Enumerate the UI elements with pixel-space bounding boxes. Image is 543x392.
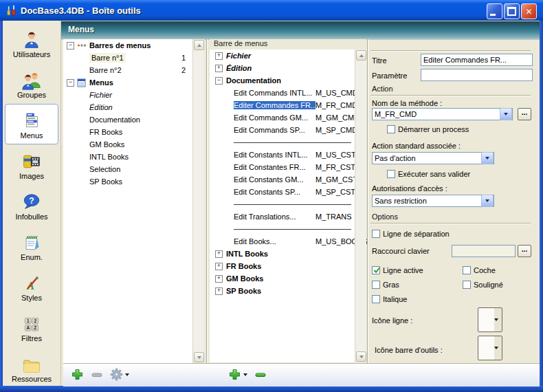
tree-node-barres-de-menus[interactable]: Barres de menus bbox=[63, 39, 204, 52]
collapse-icon[interactable] bbox=[67, 42, 74, 50]
menu-item-label: Edit Commands SP... bbox=[234, 126, 315, 134]
icone-barre-picker[interactable] bbox=[478, 336, 502, 360]
menu-node-fr-books[interactable]: FR Books bbox=[210, 260, 366, 272]
maximize-button[interactable] bbox=[504, 3, 520, 19]
tree-item-intl-books[interactable]: INTL Books bbox=[63, 151, 204, 163]
menu-page-icon bbox=[77, 78, 88, 87]
expand-icon[interactable] bbox=[215, 275, 223, 283]
tree-item-gm-books[interactable]: GM Books bbox=[63, 138, 204, 151]
scroll-up-button[interactable] bbox=[356, 50, 366, 61]
tree-node-menus[interactable]: Menus bbox=[63, 76, 204, 89]
minus-disabled-icon bbox=[91, 369, 103, 381]
sidebar-item-menus[interactable]: Menus bbox=[5, 104, 58, 144]
italique-checkbox[interactable]: Italique bbox=[372, 295, 407, 303]
combo-dropdown-button[interactable] bbox=[481, 152, 494, 164]
expand-icon[interactable] bbox=[215, 250, 223, 258]
demarrer-process-checkbox[interactable]: Démarrer un process bbox=[387, 125, 469, 133]
tree-actions-menu-button[interactable] bbox=[110, 368, 129, 381]
gras-checkbox[interactable]: Gras bbox=[372, 281, 399, 289]
menu-node-documentation[interactable]: Documentation bbox=[210, 74, 366, 87]
tree-scrollbar[interactable] bbox=[192, 39, 204, 363]
menu-separator[interactable] bbox=[210, 198, 366, 210]
options-section-label: Options bbox=[372, 213, 398, 221]
menu-list-title: Barre de menus bbox=[210, 39, 366, 50]
tree-item-barre-1[interactable]: Barre n°1 1 bbox=[63, 52, 204, 64]
menu-item[interactable]: Edit Commands INTL...M_US_CMD bbox=[210, 87, 366, 99]
page-title: Menus bbox=[61, 25, 94, 37]
menu-item[interactable]: Edit Translations...M_TRANS bbox=[210, 210, 366, 223]
checkbox-unchecked-icon bbox=[387, 170, 395, 178]
menu-node-sp-books[interactable]: SP Books bbox=[210, 285, 366, 297]
sidebar-item-groupes[interactable]: Groupes bbox=[5, 63, 58, 104]
menu-node-gm-books[interactable]: GM Books bbox=[210, 272, 366, 285]
raccourci-browse-button[interactable]: ... bbox=[518, 245, 531, 257]
expand-icon[interactable] bbox=[215, 52, 223, 60]
sidebar-item-label: Filtres bbox=[21, 334, 42, 342]
menu-node-edition[interactable]: Édition bbox=[210, 62, 366, 74]
sidebar-item-styles[interactable]: A Styles bbox=[5, 266, 58, 307]
souligne-checkbox[interactable]: Souligné bbox=[463, 281, 503, 289]
titre-input[interactable]: Editer Commandes FR... bbox=[421, 54, 533, 66]
methode-browse-button[interactable]: ... bbox=[518, 108, 531, 120]
menu-item[interactable]: Edit Constantes FR...M_FR_CST bbox=[210, 161, 366, 173]
menu-separator[interactable] bbox=[210, 136, 366, 149]
add-menubar-button[interactable] bbox=[71, 368, 84, 381]
sidebar-item-infobulles[interactable]: ? Infobulles bbox=[5, 185, 58, 226]
tree-item-edition[interactable]: Édition bbox=[63, 101, 204, 113]
menu-separator[interactable] bbox=[210, 223, 366, 235]
menu-item-selected[interactable]: Editer Commandes FR...M_FR_CMD bbox=[210, 99, 366, 111]
scroll-down-button[interactable] bbox=[356, 351, 366, 362]
expand-icon[interactable] bbox=[215, 263, 223, 270]
coche-checkbox[interactable]: Coche bbox=[463, 266, 496, 274]
collapse-icon[interactable] bbox=[215, 77, 223, 85]
icone-ligne-picker[interactable] bbox=[478, 307, 502, 332]
tree-item-selection[interactable]: Selection bbox=[63, 163, 204, 175]
scroll-up-button[interactable] bbox=[194, 40, 204, 50]
combo-dropdown-button[interactable] bbox=[481, 195, 494, 207]
tree-item-fr-books[interactable]: FR Books bbox=[63, 126, 204, 138]
minimize-button[interactable] bbox=[487, 3, 502, 19]
autorisations-combobox[interactable]: Sans restriction bbox=[372, 195, 494, 207]
add-menu-item-button[interactable] bbox=[228, 368, 247, 381]
section-header: Menus bbox=[61, 21, 540, 40]
raccourci-input[interactable] bbox=[452, 245, 516, 257]
sidebar-item-filtres[interactable]: 12AZ Filtres bbox=[5, 307, 58, 347]
menu-list-scrollbar[interactable] bbox=[355, 50, 366, 362]
menu-item[interactable]: Edit Constants GM...M_GM_CST bbox=[210, 173, 366, 186]
minimize-icon bbox=[490, 14, 496, 16]
action-std-combobox[interactable]: Pas d'action bbox=[372, 152, 494, 164]
tree-item-fichier[interactable]: Fichier bbox=[63, 89, 204, 101]
scroll-down-button[interactable] bbox=[194, 352, 204, 362]
tree-item-documentation[interactable]: Documentation bbox=[63, 113, 204, 126]
menu-item[interactable]: Edit Commands GM...M_GM_CMD bbox=[210, 111, 366, 124]
menu-item[interactable]: Edit Commands SP...M_SP_CMD bbox=[210, 124, 366, 136]
title-bar[interactable]: DocBase3.4DB - Boîte outils ✕ bbox=[0, 0, 543, 21]
expand-icon[interactable] bbox=[215, 287, 223, 295]
sidebar-item-enum[interactable]: Enum. bbox=[5, 226, 58, 266]
tree-item-barre-2[interactable]: Barre n°2 2 bbox=[63, 64, 204, 76]
methode-combobox[interactable]: M_FR_CMD bbox=[372, 108, 513, 120]
remove-menu-item-button[interactable] bbox=[254, 369, 267, 381]
sidebar-item-utilisateurs[interactable]: Utilisateurs bbox=[5, 23, 58, 63]
expand-icon[interactable] bbox=[215, 65, 223, 72]
ligne-separation-checkbox[interactable]: Ligne de séparation bbox=[372, 230, 450, 238]
menu-item[interactable]: Edit Constants SP...M_SP_CST bbox=[210, 186, 366, 198]
sidebar-item-ressources[interactable]: Ressources bbox=[5, 347, 58, 388]
combo-dropdown-button[interactable] bbox=[500, 108, 512, 120]
tree-item-sp-books[interactable]: SP Books bbox=[63, 175, 204, 188]
menu-node-label: FR Books bbox=[226, 262, 261, 270]
detail-panel: Titre Editer Commandes FR... Paramètre A… bbox=[369, 39, 535, 363]
remove-menubar-button-disabled[interactable] bbox=[91, 369, 103, 381]
collapse-icon[interactable] bbox=[67, 79, 74, 87]
menu-node-intl-books[interactable]: INTL Books bbox=[210, 248, 366, 260]
window-border-right bbox=[540, 21, 543, 386]
menu-node-fichier[interactable]: Fichier bbox=[210, 50, 366, 62]
menu-item-label: Editer Commandes FR... bbox=[234, 101, 315, 109]
close-button[interactable]: ✕ bbox=[521, 3, 537, 19]
ligne-active-checkbox[interactable]: Ligne active bbox=[372, 266, 423, 274]
parametre-input[interactable] bbox=[421, 69, 533, 81]
executer-sans-valider-checkbox[interactable]: Exécuter sans valider bbox=[387, 170, 470, 178]
sidebar-item-images[interactable]: Images bbox=[5, 144, 58, 185]
menu-item[interactable]: Edit Books...M_US_BOOKS bbox=[210, 235, 366, 248]
menu-item[interactable]: Edit Constants INTL...M_US_CST bbox=[210, 149, 366, 161]
